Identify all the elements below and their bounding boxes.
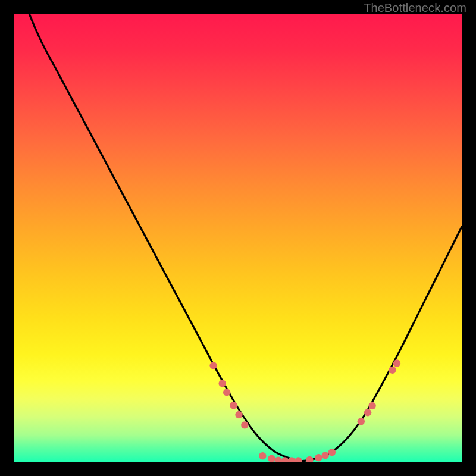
data-marker <box>268 455 275 462</box>
bottleneck-curve <box>14 14 462 461</box>
data-marker <box>389 367 396 374</box>
chart-frame: TheBottleneck.com <box>0 0 476 476</box>
chart-svg <box>14 14 462 462</box>
data-marker <box>223 389 230 396</box>
data-marker <box>306 456 313 462</box>
data-marker <box>259 452 266 459</box>
data-marker <box>364 409 371 416</box>
data-marker <box>368 402 375 409</box>
data-marker <box>315 454 322 461</box>
curve-path <box>14 14 462 461</box>
attribution-label: TheBottleneck.com <box>364 1 466 15</box>
data-marker <box>321 452 328 459</box>
data-markers <box>209 359 400 462</box>
plot-area <box>14 14 462 462</box>
data-marker <box>358 418 365 425</box>
data-marker <box>328 449 336 456</box>
data-marker <box>235 411 242 418</box>
data-marker <box>218 380 226 387</box>
data-marker <box>274 457 281 462</box>
data-marker <box>393 359 400 367</box>
data-marker <box>230 402 237 409</box>
data-marker <box>209 362 217 369</box>
data-marker <box>241 421 248 428</box>
data-marker <box>295 457 302 462</box>
